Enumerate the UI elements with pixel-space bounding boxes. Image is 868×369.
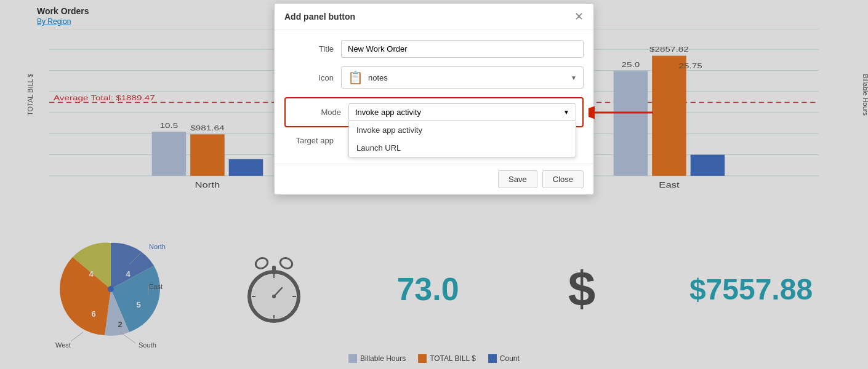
modal-footer: Save Close (275, 164, 593, 194)
arrow-indicator (589, 103, 656, 122)
icon-form-row: Icon 📋 notes (284, 66, 584, 89)
red-arrow (589, 103, 656, 122)
mode-option-invoke[interactable]: Invoke app activity (349, 121, 576, 139)
modal-body: Title Icon 📋 notes Mode Invo (275, 30, 593, 164)
title-input[interactable] (341, 40, 584, 58)
mode-dropdown-trigger[interactable]: Invoke app activity ▼ (348, 103, 576, 121)
modal-header: Add panel button ✕ (275, 4, 593, 30)
title-field-label: Title (284, 44, 334, 54)
chevron-down-icon: ▼ (563, 109, 569, 116)
icon-select-value: notes (368, 73, 388, 82)
target-app-label: Target app (284, 136, 334, 145)
mode-dropdown-menu: Invoke app activity Launch URL (348, 121, 576, 157)
close-button[interactable]: Close (542, 170, 584, 188)
mode-option-launch-url[interactable]: Launch URL (349, 139, 576, 157)
title-form-row: Title (284, 40, 584, 58)
add-panel-button-modal: Add panel button ✕ Title Icon 📋 notes (274, 3, 594, 195)
modal-close-x-button[interactable]: ✕ (574, 11, 584, 22)
mode-field-label: Mode (292, 108, 341, 117)
mode-selected-value: Invoke app activity (355, 108, 421, 117)
icon-field-label: Icon (284, 73, 334, 82)
modal-overlay: Add panel button ✕ Title Icon 📋 notes (0, 0, 868, 369)
notes-icon: 📋 (348, 70, 363, 85)
mode-form-row: Mode Invoke app activity ▼ Invoke app ac… (284, 97, 584, 127)
dashboard: Work Orders By Region TOTAL BILL $ Billa… (0, 0, 868, 369)
mode-dropdown[interactable]: Invoke app activity ▼ Invoke app activit… (348, 103, 576, 121)
icon-select[interactable]: 📋 notes (341, 66, 584, 89)
save-button[interactable]: Save (498, 170, 537, 188)
modal-title: Add panel button (284, 12, 355, 22)
